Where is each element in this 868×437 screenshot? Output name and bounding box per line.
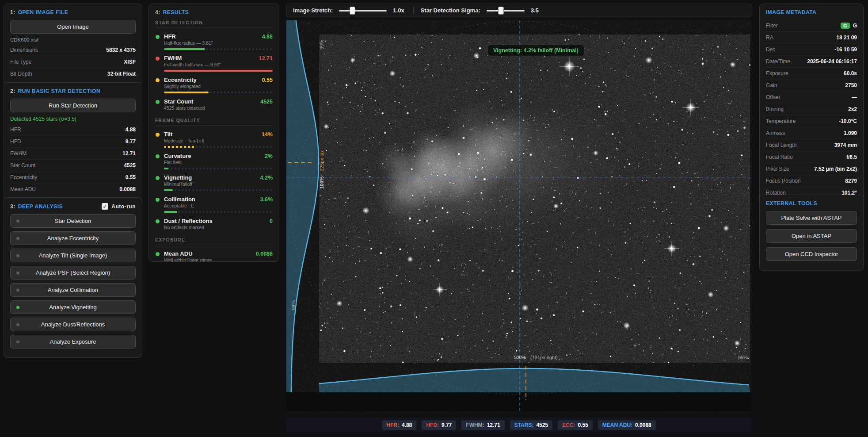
filename-label: CDK600.xisf [10,37,136,42]
peak-percent-label-left: 100% [319,176,324,189]
open-image-button[interactable]: Open Image [10,20,136,34]
metadata-value: 1.090 [844,130,857,136]
analysis-button-analyze-collimation[interactable]: Analyze Collimation [10,283,136,297]
status-chip-value: 4.88 [402,422,412,428]
result-progress-track [164,189,273,191]
metadata-value: 3974 mm [834,142,857,148]
analysis-button-analyze-psf-select-region[interactable]: Analyze PSF (Select Region) [10,266,136,280]
vignetting-profile-bottom-fill [319,368,750,392]
analysis-status-dot [16,271,19,274]
result-value: 0.55 [262,77,273,83]
result-item-dust-reflections: Dust / ReflectionsNo artifacts marked0 [155,218,273,230]
metadata-row-focus-position: Focus Position8279 [766,175,857,187]
result-progress-track [164,146,273,148]
metadata-label: Temperature [766,118,796,124]
autorun-checkbox[interactable]: ✓ [102,203,108,210]
image-viewer[interactable]: 99% 100% 225px up 99% 100% (101px right)… [286,20,751,411]
toolbar-divider [413,7,414,14]
star-detection-panel: 2: RUN BASIC STAR DETECTION Run Star Det… [4,82,142,201]
result-item-mean-adu: Mean ADUWell within linear range0.0088 [155,250,273,262]
result-name: Tilt [164,131,273,138]
result-value: 3.6% [260,196,273,203]
panel-title: DEEP ANALYSIS [18,203,63,210]
metadata-row-dec: Dec-16 10 59 [766,44,857,56]
filter-badge: G [841,23,850,29]
result-status-dot [156,57,160,61]
edge-percent-label-bottom-right: 99% [738,355,748,360]
panel-title: RESULTS [163,9,189,15]
analysis-button-star-detection[interactable]: Star Detection [10,214,136,228]
status-chip-label: HFD: [426,422,439,428]
slider-thumb[interactable] [498,7,504,15]
result-status-dot [156,198,160,202]
detection-label: Eccentricity [10,174,37,180]
status-chip-label: HFR: [386,422,399,428]
autorun-label: Auto-run [111,203,136,210]
result-progress-track [164,92,273,93]
result-status-dot [156,100,160,104]
detection-label: HFD [10,138,21,145]
result-status-dot [156,219,160,223]
peak-offset-label-bottom: (101px right) [530,355,558,360]
status-chip-label: ECC: [562,422,575,428]
metadata-label: Filter [766,23,778,29]
result-progress-fill [164,146,194,148]
result-item-curvature: CurvatureFlat field2% [155,153,273,169]
result-value: 4.2% [260,175,273,181]
step-number: 4: [155,9,160,15]
result-progress-fill [164,189,173,191]
plate-solve-with-astap-button[interactable]: Plate Solve with ASTAP [766,211,857,225]
detection-label: HFR [10,126,21,133]
run-star-detection-button[interactable]: Run Star Detection [10,99,136,112]
detection-value: 9.77 [126,138,136,145]
viewer-toolbar: Image Stretch: 1.0x Star Detection Sigma… [286,4,751,17]
metadata-label: Date/Time [766,58,790,65]
panel-header: 1: OPEN IMAGE FILE [10,9,136,15]
result-item-fwhm: FWHMFull-width half-max — 9.92″12.71 [155,55,273,72]
analysis-overlay: 99% 100% 225px up 99% 100% (101px right)… [286,20,751,411]
analysis-button-analyze-exposure[interactable]: Analyze Exposure [10,335,136,349]
analysis-button-label: Analyze PSF (Select Region) [36,269,110,276]
edge-percent-label-bottom-left: 99% [291,300,296,310]
metadata-label: Focal Length [766,142,796,148]
result-progress-track [164,168,273,169]
metadata-label: Gain [766,82,777,88]
detection-row-eccentricity: Eccentricity0.55 [10,172,136,184]
analysis-button-analyze-eccentricity[interactable]: Analyze Eccentricity [10,231,136,245]
result-progress-fill [164,168,168,169]
open-in-astap-button[interactable]: Open in ASTAP [766,229,857,243]
analysis-button-analyze-tilt-single-image[interactable]: Analyze Tilt (Single Image) [10,249,136,262]
metadata-label: Focus Position [766,178,801,184]
slider-track [487,10,525,12]
open-ccd-inspector-button[interactable]: Open CCD Inspector [766,247,857,261]
result-status-dot [156,154,160,158]
status-chip-value: 0.0088 [635,422,651,428]
peak-percent-label-bottom: 100% [514,355,526,360]
status-chip-label: STARS: [514,422,534,428]
status-chip-hfd: HFD:9.77 [422,420,456,430]
metadata-value: 2750 [845,82,857,88]
result-value: 0.0088 [256,251,273,257]
result-progress-fill [164,70,273,72]
result-value: 14% [262,131,273,138]
status-chip-value: 9.77 [442,422,452,428]
slider-thumb[interactable] [350,7,355,15]
step-number: 1: [10,9,15,15]
panel-header: 3: DEEP ANALYSIS ✓ Auto-run [10,203,136,210]
analysis-button-analyze-dust-reflections[interactable]: Analyze Dust/Reflections [10,318,136,331]
metadata-label: Offset [766,94,780,100]
image-stretch-value: 1.0x [393,7,404,14]
results-panel: 4: RESULTS STAR DETECTIONHFRHalf-flux ra… [148,4,279,262]
metadata-row-temperature: Temperature-10.0°C [766,115,857,127]
metadata-value: -10.0°C [839,118,857,124]
result-name: Curvature [164,153,273,159]
detection-value: 0.55 [126,174,136,180]
analysis-button-list: Star DetectionAnalyze EccentricityAnalyz… [10,214,136,349]
metadata-value: — [852,94,857,100]
edge-percent-label-top-left: 99% [319,40,324,50]
analysis-button-analyze-vignetting[interactable]: Analyze Vignetting [10,300,136,314]
sigma-slider[interactable] [487,7,525,15]
image-stretch-slider[interactable] [339,7,387,15]
analysis-button-label: Analyze Vignetting [49,304,96,310]
vignetting-result-badge: Vignetting: 4.2% falloff (Minimal) [488,45,584,56]
